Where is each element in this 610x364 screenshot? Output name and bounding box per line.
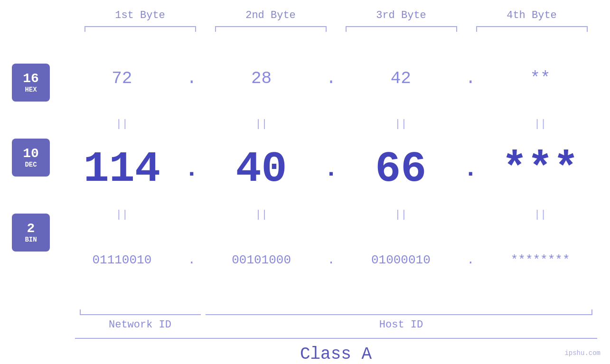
bin-b4-cell: ******** <box>480 253 601 267</box>
bin-b3-cell: 01000010 <box>341 253 461 267</box>
host-id-bracket <box>206 301 597 315</box>
network-id-label: Network ID <box>75 319 206 331</box>
hex-dot-3: . <box>461 69 480 88</box>
class-bracket-line <box>75 338 597 339</box>
bin-b2-cell: 00101000 <box>201 253 322 267</box>
bin-dot-2-symbol: . <box>328 253 335 267</box>
eq2-c3: || <box>341 209 461 221</box>
dec-b4-cell: *** <box>480 148 601 191</box>
bin-dot-1: . <box>182 253 201 267</box>
hex-b4-value: ** <box>530 69 551 88</box>
byte2-header: 2nd Byte <box>206 9 336 21</box>
bin-dot-1-symbol: . <box>188 253 196 267</box>
byte4-header: 4th Byte <box>467 9 597 21</box>
badges-column: 16 HEX 10 DEC 2 BIN <box>0 40 62 299</box>
dec-dot-1: . <box>182 156 201 183</box>
dec-data-row: 114 . 40 . 66 . *** <box>62 131 601 207</box>
bracket-3 <box>341 26 462 36</box>
eq1-c3-sign: || <box>394 118 407 130</box>
hex-b2-value: 28 <box>251 69 272 88</box>
bin-b4-value: ******** <box>511 253 570 267</box>
eq2-c2: || <box>201 209 322 221</box>
eq1-c2-sign: || <box>255 118 267 130</box>
dec-b1-cell: 114 <box>62 148 182 191</box>
eq2-c1-sign: || <box>116 209 128 221</box>
dec-badge-label: DEC <box>25 161 37 168</box>
hex-dot-3-symbol: . <box>465 69 476 88</box>
hex-dot-2: . <box>322 69 341 88</box>
eq2-c2-sign: || <box>255 209 267 221</box>
bin-dot-3: . <box>461 253 480 267</box>
eq2-c4-sign: || <box>534 209 546 221</box>
content-area: 16 HEX 10 DEC 2 BIN 72 . <box>0 40 610 299</box>
bracket-1 <box>80 26 201 36</box>
eq1-c1: || <box>62 118 182 130</box>
class-value: Class A <box>75 345 597 364</box>
header-bracket-row <box>75 26 597 36</box>
dec-dot-3-symbol: . <box>463 156 478 183</box>
bracket-4 <box>471 26 592 36</box>
bin-b1-cell: 01110010 <box>62 253 182 267</box>
dec-b2-cell: 40 <box>201 148 322 191</box>
net-id-bracket <box>75 301 201 315</box>
bin-b1-value: 01110010 <box>92 253 151 267</box>
hex-b3-cell: 42 <box>341 69 461 88</box>
hex-dot-1-symbol: . <box>187 69 197 88</box>
eq2-c1: || <box>62 209 182 221</box>
eq1-c3: || <box>341 118 461 130</box>
dec-b2-value: 40 <box>236 148 287 191</box>
hex-badge-number: 16 <box>23 72 39 86</box>
class-section: Class A <box>75 338 597 364</box>
hex-b1-value: 72 <box>112 69 132 88</box>
hex-badge: 16 HEX <box>12 64 50 102</box>
bin-dot-2: . <box>322 253 341 267</box>
eq1-c1-sign: || <box>116 118 128 130</box>
equals-row-1: || || || || <box>62 117 601 131</box>
byte-headers: 1st Byte 2nd Byte 3rd Byte 4th Byte <box>75 9 597 21</box>
eq2-c3-sign: || <box>394 209 407 221</box>
bin-b2-value: 00101000 <box>232 253 291 267</box>
bottom-section: Network ID Host ID <box>75 301 597 331</box>
dec-b4-value: *** <box>502 148 579 191</box>
hex-b1-cell: 72 <box>62 69 182 88</box>
dec-b3-cell: 66 <box>341 148 461 191</box>
id-labels-row: Network ID Host ID <box>75 319 597 331</box>
byte3-header: 3rd Byte <box>336 9 467 21</box>
host-bracket-right-end <box>591 309 592 315</box>
eq1-c4: || <box>480 118 601 130</box>
dec-dot-1-symbol: . <box>185 156 199 183</box>
hex-data-row: 72 . 28 . 42 . ** <box>62 40 601 117</box>
hex-dot-2-symbol: . <box>326 69 337 88</box>
bin-badge-number: 2 <box>27 222 35 236</box>
main-container: 1st Byte 2nd Byte 3rd Byte 4th Byte 16 H… <box>0 0 610 364</box>
hex-b2-cell: 28 <box>201 69 322 88</box>
bin-badge-label: BIN <box>25 236 37 243</box>
hex-badge-label: HEX <box>25 86 37 93</box>
bin-b3-value: 01000010 <box>371 253 431 267</box>
data-grid: 72 . 28 . 42 . ** <box>62 40 610 299</box>
bracket-2 <box>210 26 331 36</box>
bin-dot-3-symbol: . <box>467 253 474 267</box>
dec-dot-2-symbol: . <box>324 156 338 183</box>
eq1-c4-sign: || <box>534 118 546 130</box>
dec-badge: 10 DEC <box>12 139 50 177</box>
dec-b3-value: 66 <box>375 148 426 191</box>
eq1-c2: || <box>201 118 322 130</box>
dec-dot-3: . <box>461 156 480 183</box>
host-id-label: Host ID <box>206 319 597 331</box>
dec-b1-value: 114 <box>84 148 160 191</box>
equals-row-2: || || || || <box>62 208 601 222</box>
dec-badge-number: 10 <box>23 147 39 161</box>
hex-dot-1: . <box>182 69 201 88</box>
bottom-brackets <box>75 301 597 315</box>
watermark: ipshu.com <box>564 349 601 357</box>
eq2-c4: || <box>480 209 601 221</box>
hex-b4-cell: ** <box>480 69 601 88</box>
byte1-header: 1st Byte <box>75 9 206 21</box>
bin-badge: 2 BIN <box>12 214 50 252</box>
hex-b3-value: 42 <box>391 69 411 88</box>
bin-data-row: 01110010 . 00101000 . 01000010 . <box>62 222 601 299</box>
dec-dot-2: . <box>322 156 341 183</box>
